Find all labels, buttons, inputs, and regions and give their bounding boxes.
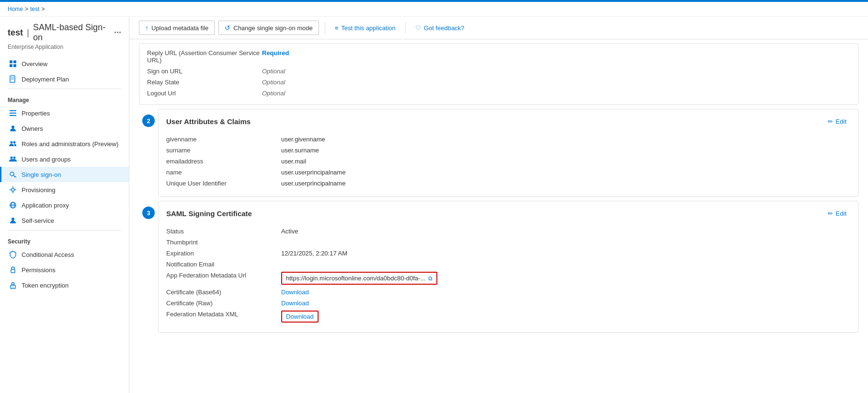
toolbar-divider: [325, 22, 325, 34]
field-row-reply-url: Reply URL (Assertion Consumer Service UR…: [147, 47, 850, 66]
owners-icon: [9, 125, 17, 132]
ua-field-emailaddress: emailaddress user.mail: [166, 156, 850, 167]
field-row-relay-state: Relay State Optional: [147, 77, 850, 88]
page-subtitle: SAML-based Sign-on: [33, 23, 110, 43]
properties-icon: [9, 109, 17, 117]
manage-divider: [8, 89, 121, 89]
feedback-link[interactable]: ♡ Got feedback?: [411, 22, 468, 35]
enterprise-application-label: Enterprise Application: [8, 44, 121, 50]
sidebar-item-deployment-plan[interactable]: Deployment Plan: [0, 71, 129, 87]
sidebar-item-single-sign-on[interactable]: Single sign-on: [0, 167, 129, 182]
change-icon: ↺: [225, 24, 230, 32]
more-options-dots[interactable]: ···: [114, 28, 121, 38]
grid-icon: [9, 60, 17, 68]
roles-icon: [9, 140, 17, 148]
upload-metadata-button[interactable]: ↑ Upload metadata file: [139, 21, 215, 35]
sidebar-item-users-groups[interactable]: Users and groups: [0, 151, 129, 167]
separator: |: [27, 28, 29, 38]
sidebar-item-self-service-label: Self-service: [22, 217, 54, 224]
sidebar-item-owners-label: Owners: [22, 125, 43, 132]
svg-rect-3: [13, 64, 16, 67]
svg-point-18: [11, 188, 14, 191]
upload-icon: ↑: [145, 24, 148, 32]
sidebar-item-provisioning[interactable]: Provisioning: [0, 182, 129, 197]
security-divider: [8, 230, 121, 231]
svg-rect-8: [10, 113, 16, 114]
svg-rect-2: [10, 64, 12, 67]
permissions-icon: [9, 266, 17, 274]
sidebar-item-overview-label: Overview: [22, 60, 47, 68]
svg-point-10: [11, 126, 14, 128]
user-attributes-edit-button[interactable]: ✏ Edit: [824, 116, 850, 127]
application-proxy-icon: [9, 201, 17, 209]
sidebar-item-users-groups-label: Users and groups: [22, 156, 71, 163]
sidebar-item-sso-label: Single sign-on: [22, 171, 61, 178]
cert-field-status: Status Active: [166, 226, 850, 237]
ua-field-surname: surname user.surname: [166, 145, 850, 156]
breadcrumb-home[interactable]: Home: [8, 6, 23, 12]
svg-point-14: [13, 157, 16, 159]
user-attributes-card: User Attributes & Claims ✏ Edit givennam…: [158, 109, 858, 197]
token-encryption-icon: [9, 281, 17, 289]
app-federation-url-text: https://login.microsoftonline.com/da0bdc…: [286, 275, 425, 282]
cert-field-app-federation-url: App Federation Metadata Url https://logi…: [166, 270, 850, 287]
sidebar-item-permissions-label: Permissions: [22, 266, 56, 274]
sidebar-item-provisioning-label: Provisioning: [22, 186, 56, 194]
saml-cert-edit-button[interactable]: ✏ Edit: [824, 208, 850, 219]
ua-field-givenname: givenname user.givenname: [166, 134, 850, 145]
security-section-label: Security: [0, 232, 129, 247]
edit-icon: ✏: [828, 118, 833, 125]
sidebar-item-roles-label: Roles and administrators (Preview): [22, 140, 118, 148]
cert-base64-download-link[interactable]: Download: [281, 289, 309, 296]
svg-rect-23: [11, 269, 15, 273]
test-application-link[interactable]: ≡ Test this application: [331, 22, 400, 35]
main-content: ↑ Upload metadata file ↺ Change single s…: [129, 17, 868, 393]
cert-field-thumbprint: Thumbprint: [166, 237, 850, 248]
svg-point-11: [11, 141, 13, 144]
copy-icon[interactable]: ⧉: [428, 275, 433, 282]
sidebar-item-self-service[interactable]: Self-service: [0, 213, 129, 228]
conditional-access-icon: [9, 251, 17, 258]
toolbar-divider-2: [405, 22, 406, 34]
field-row-sign-on-url: Sign on URL Optional: [147, 66, 850, 77]
svg-point-24: [12, 283, 14, 285]
change-sso-mode-button[interactable]: ↺ Change single sign-on mode: [218, 21, 319, 35]
cert-field-raw: Certificate (Raw) Download: [166, 298, 850, 309]
svg-point-13: [11, 157, 13, 159]
svg-rect-1: [13, 60, 16, 63]
sidebar-item-conditional-access-label: Conditional Access: [22, 251, 74, 258]
svg-rect-7: [10, 110, 16, 111]
user-attributes-title: User Attributes & Claims: [166, 117, 251, 126]
book-icon: [9, 75, 17, 83]
step-2-circle: 2: [142, 115, 155, 127]
app-federation-url-box: https://login.microsoftonline.com/da0bdc…: [281, 272, 437, 285]
breadcrumb: Home > test >: [0, 2, 868, 17]
feedback-icon: ♡: [415, 24, 421, 32]
step-3-circle: 3: [142, 207, 155, 219]
provisioning-icon: [9, 186, 17, 194]
saml-certificate-card: SAML Signing Certificate ✏ Edit Status A…: [158, 201, 858, 333]
sidebar-item-conditional-access[interactable]: Conditional Access: [0, 247, 129, 262]
cert-raw-download-link[interactable]: Download: [281, 300, 309, 307]
sidebar-item-permissions[interactable]: Permissions: [0, 262, 129, 277]
sidebar-item-token-encryption-label: Token encryption: [22, 282, 69, 289]
manage-section-label: Manage: [0, 91, 129, 105]
svg-point-15: [10, 172, 14, 176]
users-groups-icon: [9, 155, 17, 163]
sidebar-item-token-encryption[interactable]: Token encryption: [0, 277, 129, 293]
ua-field-name: name user.userprincipalname: [166, 167, 850, 178]
svg-point-22: [11, 218, 14, 220]
sidebar-item-overview[interactable]: Overview: [0, 56, 129, 71]
test-icon: ≡: [335, 24, 339, 32]
cert-field-notification-email: Notification Email: [166, 259, 850, 270]
breadcrumb-test[interactable]: test: [30, 6, 39, 12]
federation-metadata-xml-download[interactable]: Download: [281, 311, 319, 323]
cert-field-base64: Certificate (Base64) Download: [166, 287, 850, 298]
sidebar-item-owners[interactable]: Owners: [0, 121, 129, 136]
sidebar-item-roles-admins[interactable]: Roles and administrators (Preview): [0, 136, 129, 151]
sidebar-item-application-proxy[interactable]: Application proxy: [0, 197, 129, 213]
cert-field-federation-xml: Federation Metadata XML Download: [166, 309, 850, 324]
partial-basic-saml-card: Reply URL (Assertion Consumer Service UR…: [139, 43, 858, 105]
sidebar-item-properties[interactable]: Properties: [0, 105, 129, 121]
sidebar: test | SAML-based Sign-on ··· Enterprise…: [0, 17, 129, 393]
